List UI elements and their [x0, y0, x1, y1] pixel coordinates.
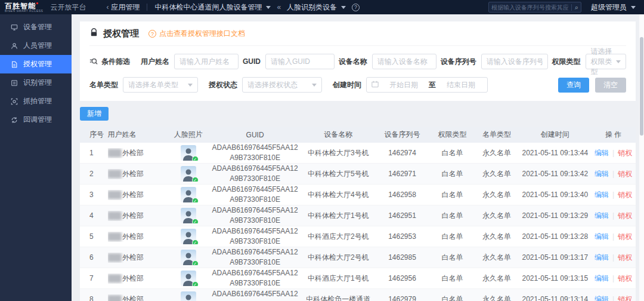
- sidebar-item-2[interactable]: 授权管理: [0, 55, 72, 73]
- cell-face-photo: ✓: [169, 250, 208, 265]
- username-input[interactable]: [174, 54, 239, 69]
- edit-link[interactable]: 编辑: [595, 190, 609, 200]
- revoke-link[interactable]: 销权: [618, 253, 632, 263]
- sidebar-item-label: 设备管理: [23, 22, 52, 32]
- sidebar-item-5[interactable]: 回调管理: [0, 110, 72, 129]
- divider: |: [612, 232, 614, 241]
- app-selector-dropdown[interactable]: 中科体检中心通道闸人脸设备管理: [154, 2, 271, 13]
- cell-created-time: 2021-05-11 09:13:17: [519, 253, 591, 262]
- revoke-link[interactable]: 销权: [618, 148, 632, 158]
- sidebar-item-0[interactable]: 设备管理: [0, 18, 72, 36]
- snapshot-icon: [10, 97, 18, 105]
- sidebar-item-4[interactable]: 抓拍管理: [0, 92, 72, 110]
- edit-link[interactable]: 编辑: [595, 211, 609, 221]
- edit-link[interactable]: 编辑: [595, 253, 609, 263]
- edit-link[interactable]: 编辑: [595, 169, 609, 179]
- user-menu[interactable]: 超级管理员: [591, 2, 636, 13]
- logo-subtext: BISEN SMART ACCESS: [5, 10, 43, 13]
- column-header: 操 作: [591, 130, 636, 140]
- sidebar-item-label: 抓拍管理: [23, 96, 52, 106]
- verified-badge-icon: ✓: [192, 260, 199, 265]
- table-row: 4 ███外检部 ✓ ADAAB616976445F5AA12A9B7330F8…: [80, 205, 636, 226]
- cell-list-type: 永久名单: [475, 148, 519, 158]
- face-photo[interactable]: ✓: [181, 166, 196, 182]
- create-time-range-picker[interactable]: 开始日期 至 结束日期: [366, 77, 488, 93]
- table-row: 2 ███外检部 ✓ ADAAB616976445F5AA12A9B7330F8…: [80, 164, 636, 185]
- cell-list-type: 永久名单: [475, 232, 519, 242]
- face-photo[interactable]: ✓: [181, 229, 196, 244]
- divider: |: [612, 191, 614, 199]
- sidebar-item-1[interactable]: 人员管理: [0, 36, 72, 55]
- add-button[interactable]: 新增: [80, 107, 109, 121]
- face-photo[interactable]: ✓: [181, 250, 196, 265]
- device-type-dropdown[interactable]: 人脸识别类设备: [287, 2, 346, 13]
- cell-face-photo: ✓: [169, 291, 208, 301]
- chevron-down-icon: [188, 84, 193, 87]
- revoke-link[interactable]: 销权: [618, 190, 632, 200]
- chevron-down-icon: [341, 6, 346, 9]
- authorization-table: 序号用户姓名人脸照片GUID设备名称设备序列号权限类型名单类型创建时间操 作 1…: [80, 127, 636, 301]
- sidebar-menu: 设备管理 人员管理 授权管理 识别管理 抓拍管理 回调管理: [0, 14, 72, 301]
- api-doc-link[interactable]: ? 点击查看授权管理接口文档: [148, 29, 245, 39]
- guid-input[interactable]: [265, 54, 335, 69]
- edit-link[interactable]: 编辑: [595, 232, 609, 242]
- revoke-link[interactable]: 销权: [618, 294, 632, 301]
- scrollbar[interactable]: [639, 14, 644, 301]
- redacted-name: ███: [108, 149, 122, 157]
- scrollbar-thumb[interactable]: [640, 37, 643, 136]
- cell-device-name: 中科体检大厅5号机: [302, 169, 374, 179]
- sidebar-item-label: 人员管理: [23, 41, 52, 51]
- cell-created-time: 2021-05-11 09:13:40: [519, 191, 591, 199]
- table-row: 1 ███外检部 ✓ ADAAB616976445F5AA12A9B7330F8…: [80, 143, 636, 164]
- cell-username: ███外检部: [108, 211, 169, 221]
- edit-link[interactable]: 编辑: [595, 148, 609, 158]
- topbar: 百胜智能 BISEN SMART ACCESS 云开放平台 ‹ 应用管理 中科体…: [0, 0, 644, 14]
- perm-type-label: 权限类型: [552, 57, 581, 67]
- face-photo[interactable]: ✓: [181, 271, 196, 286]
- list-type-select[interactable]: 请选择名单类型: [123, 77, 198, 93]
- date-start-placeholder[interactable]: 开始日期: [382, 80, 425, 90]
- device-name-input[interactable]: [372, 54, 436, 69]
- cell-created-time: 2021-05-11 09:13:28: [519, 232, 591, 241]
- sidebar-item-label: 识别管理: [23, 78, 52, 88]
- verified-badge-icon: ✓: [192, 281, 199, 286]
- revoke-link[interactable]: 销权: [618, 274, 632, 284]
- face-photo[interactable]: ✓: [181, 291, 196, 301]
- search-icon[interactable]: ⌕: [575, 4, 578, 11]
- cell-list-type: 永久名单: [475, 169, 519, 179]
- revoke-link[interactable]: 销权: [618, 211, 632, 221]
- search-button[interactable]: 查询: [558, 78, 589, 93]
- cell-list-type: 永久名单: [475, 253, 519, 263]
- table-row: 3 ███外检部 ✓ ADAAB616976445F5AA12A9B7330F8…: [80, 185, 636, 205]
- revoke-link[interactable]: 销权: [618, 232, 632, 242]
- cell-username: ███外检部: [108, 148, 169, 158]
- back-to-app-management[interactable]: ‹ 应用管理: [106, 2, 140, 13]
- help-icon[interactable]: ?: [352, 4, 360, 11]
- column-header: 用户姓名: [108, 130, 169, 140]
- cell-created-time: 2021-05-11 09:13:15: [519, 274, 591, 282]
- verified-badge-icon: ✓: [192, 239, 199, 244]
- perm-type-select[interactable]: 请选择权限类型: [586, 54, 626, 69]
- cell-list-type: 永久名单: [475, 294, 519, 301]
- face-photo[interactable]: ✓: [181, 208, 196, 223]
- serial-label: 设备序列号: [441, 57, 476, 67]
- table-row: 5 ███外检部 ✓ ADAAB616976445F5AA12A9B7330F8…: [80, 226, 636, 247]
- cell-guid: ADAAB616976445F5AA12A9B7330F810E: [208, 268, 302, 289]
- face-photo[interactable]: ✓: [181, 145, 196, 161]
- collapse-icon[interactable]: «: [277, 3, 281, 11]
- topbar-search-input[interactable]: [491, 4, 568, 11]
- cell-device-name: 中科体检大厅2号机: [302, 253, 374, 263]
- face-photo[interactable]: ✓: [181, 187, 196, 202]
- serial-input[interactable]: [481, 54, 548, 69]
- auth-status-select[interactable]: 请选择授权状态: [242, 77, 322, 93]
- clear-button[interactable]: 清空: [595, 78, 626, 93]
- revoke-link[interactable]: 销权: [618, 169, 632, 179]
- sidebar-item-3[interactable]: 识别管理: [0, 73, 72, 92]
- edit-link[interactable]: 编辑: [595, 294, 609, 301]
- cell-created-time: 2021-05-11 09:13:29: [519, 211, 591, 220]
- date-end-placeholder[interactable]: 结束日期: [439, 80, 482, 90]
- cell-index: 2: [80, 170, 108, 178]
- cell-perm-type: 白名单: [430, 232, 475, 242]
- topbar-search: ⌕: [488, 2, 581, 13]
- edit-link[interactable]: 编辑: [595, 274, 609, 284]
